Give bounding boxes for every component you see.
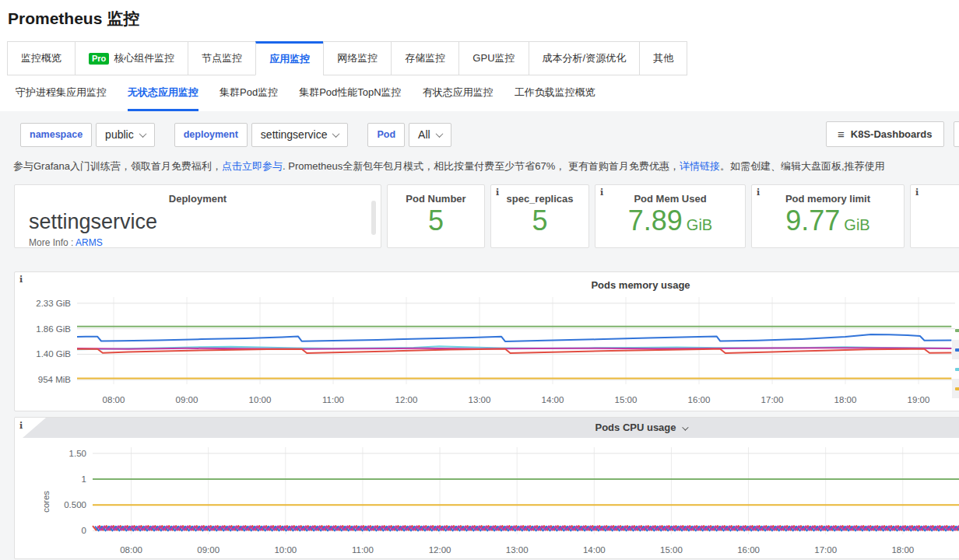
deployment-select[interactable]: settingservice	[251, 123, 349, 147]
stat-title: Deployment	[15, 193, 381, 205]
svg-text:1: 1	[82, 474, 86, 484]
dashboard-content: namespace public deployment settingservi…	[0, 111, 959, 560]
banner-text: 参与Grafana入门训练营，领取首月免费福利，	[13, 160, 222, 172]
svg-text:0.500: 0.500	[64, 500, 86, 509]
tab-others[interactable]: 其他	[639, 41, 687, 75]
svg-text:1.40 GiB: 1.40 GiB	[36, 349, 71, 359]
svg-text:10:00: 10:00	[249, 395, 272, 404]
svg-text:1.86 GiB: 1.86 GiB	[36, 324, 71, 334]
pod-memory-limit-value: 9.77GiB	[752, 205, 904, 240]
pod-label: Pod	[367, 123, 405, 147]
stat-title: Pod Mem Used	[595, 193, 745, 205]
chevron-down-icon	[139, 130, 146, 138]
svg-text:08:00: 08:00	[120, 545, 142, 555]
more-info-label: More Info :	[29, 237, 73, 248]
tab-label: 其他	[653, 42, 673, 75]
svg-text:2.33 GiB: 2.33 GiB	[36, 299, 71, 308]
svg-text:1.50: 1.50	[69, 449, 86, 458]
details-link[interactable]: 详情链接	[680, 160, 720, 172]
svg-text:0: 0	[82, 526, 86, 535]
stat-title: Pod Number	[388, 193, 484, 205]
tab-cost-analysis[interactable]: 成本分析/资源优化	[529, 41, 641, 75]
cpu-chart-title[interactable]: Pods CPU usage	[15, 418, 959, 438]
subtab-daemonset-app[interactable]: 守护进程集应用监控	[16, 75, 107, 111]
svg-text:18:00: 18:00	[834, 395, 857, 404]
svg-text:09:00: 09:00	[197, 545, 220, 555]
info-icon[interactable]: i	[19, 421, 23, 431]
svg-text:08:00: 08:00	[103, 395, 125, 404]
info-icon[interactable]: i	[915, 187, 919, 198]
sub-tab-bar: 守护进程集应用监控 无状态应用监控 集群Pod监控 集群Pod性能TopN监控 …	[0, 75, 959, 111]
legend-swatch	[955, 368, 959, 371]
pod-value: All	[418, 128, 430, 141]
legend-strip[interactable]	[952, 320, 959, 398]
stat-panel-spec-replicas: i spec_replicas 5	[490, 184, 589, 248]
info-icon[interactable]: i	[496, 187, 499, 198]
legend-swatch	[955, 387, 959, 390]
subtab-workload-overview[interactable]: 工作负载监控概览	[515, 75, 595, 111]
subtab-stateless-app[interactable]: 无状态应用监控	[128, 75, 198, 111]
stat-panel-pod-mem-used: i Pod Mem Used 7.89GiB	[595, 184, 746, 248]
tab-gpu-monitor[interactable]: GPU监控	[458, 41, 529, 75]
legend-item[interactable]	[952, 379, 959, 398]
tab-storage-monitor[interactable]: 存储监控	[391, 41, 459, 75]
svg-text:19:00: 19:00	[908, 395, 930, 404]
tab-monitor-overview[interactable]: 监控概览	[7, 41, 76, 75]
spec-replicas-value: 5	[491, 205, 588, 236]
svg-text:14:00: 14:00	[583, 545, 606, 555]
chevron-down-icon	[435, 130, 443, 138]
import-button[interactable]: 导入G	[954, 121, 959, 147]
cpu-usage-chart: 08:0009:0010:0011:0012:0013:0014:0015:00…	[15, 439, 959, 559]
stat-panel-pod-number: Pod Number 5	[387, 184, 485, 248]
tab-core-components[interactable]: Pro核心组件监控	[75, 41, 188, 75]
legend-swatch	[955, 329, 959, 332]
svg-text:15:00: 15:00	[660, 545, 683, 555]
panel-scrollbar[interactable]	[371, 201, 376, 235]
cpu-chart-title-text: Pods CPU usage	[595, 422, 676, 433]
tab-label: 应用监控	[269, 43, 310, 75]
legend-item[interactable]	[952, 320, 959, 340]
pro-badge: Pro	[89, 53, 109, 65]
svg-text:13:00: 13:00	[506, 545, 529, 555]
subtab-stateful-app[interactable]: 有状态应用监控	[423, 75, 494, 111]
deployment-label: deployment	[174, 123, 248, 147]
value-number: 9.77	[785, 205, 840, 236]
banner-text: 。如需创建、编辑大盘面板,推荐使用	[720, 160, 885, 172]
pod-select[interactable]: All	[409, 123, 451, 147]
tab-network-monitor[interactable]: 网络监控	[323, 41, 392, 75]
tab-label: 节点监控	[202, 42, 242, 75]
legend-item[interactable]	[952, 340, 959, 359]
legend-swatch	[955, 348, 959, 352]
memory-usage-chart: 08:0009:0010:0011:0012:0013:0014:0015:00…	[15, 292, 959, 409]
menu-icon: ≡	[838, 128, 845, 141]
svg-text:14:00: 14:00	[542, 395, 564, 404]
namespace-value: public	[105, 128, 134, 141]
info-icon[interactable]: i	[600, 187, 603, 198]
svg-text:15:00: 15:00	[615, 395, 638, 404]
stat-title: spec_replicas	[491, 193, 588, 205]
stat-panel-partial: i	[910, 184, 959, 248]
svg-text:17:00: 17:00	[761, 395, 784, 404]
join-now-link[interactable]: 点击立即参与	[222, 160, 283, 172]
tab-label: GPU监控	[472, 42, 515, 75]
stats-row: Deployment settingservice More Info : AR…	[14, 184, 959, 248]
subtab-cluster-pod[interactable]: 集群Pod监控	[220, 75, 278, 111]
namespace-select[interactable]: public	[96, 123, 155, 147]
arms-link[interactable]: ARMS	[76, 237, 103, 248]
svg-text:12:00: 12:00	[395, 395, 418, 404]
banner-text: . Prometheus全新包年包月模式，相比按量付费至少节省67%， 更有首购…	[283, 160, 680, 172]
subtab-cluster-pod-topn[interactable]: 集群Pod性能TopN监控	[299, 75, 401, 111]
tab-app-monitor[interactable]: 应用监控	[255, 41, 324, 75]
value-unit: GiB	[844, 216, 869, 233]
k8s-dashboards-button[interactable]: ≡ K8S-Dashboards	[826, 121, 944, 147]
tab-label: 存储监控	[405, 42, 445, 75]
svg-text:17:00: 17:00	[814, 545, 837, 555]
svg-text:09:00: 09:00	[176, 395, 198, 404]
tab-label: 核心组件监控	[114, 42, 174, 75]
legend-item[interactable]	[952, 359, 959, 379]
more-info-line: More Info : ARMS	[15, 237, 381, 248]
tab-node-monitor[interactable]: 节点监控	[188, 41, 256, 75]
memory-chart-panel: i Pods memory usage 08:0009:0010:0011:00…	[14, 271, 959, 411]
info-icon[interactable]: i	[19, 275, 23, 285]
info-icon[interactable]: i	[757, 187, 760, 198]
